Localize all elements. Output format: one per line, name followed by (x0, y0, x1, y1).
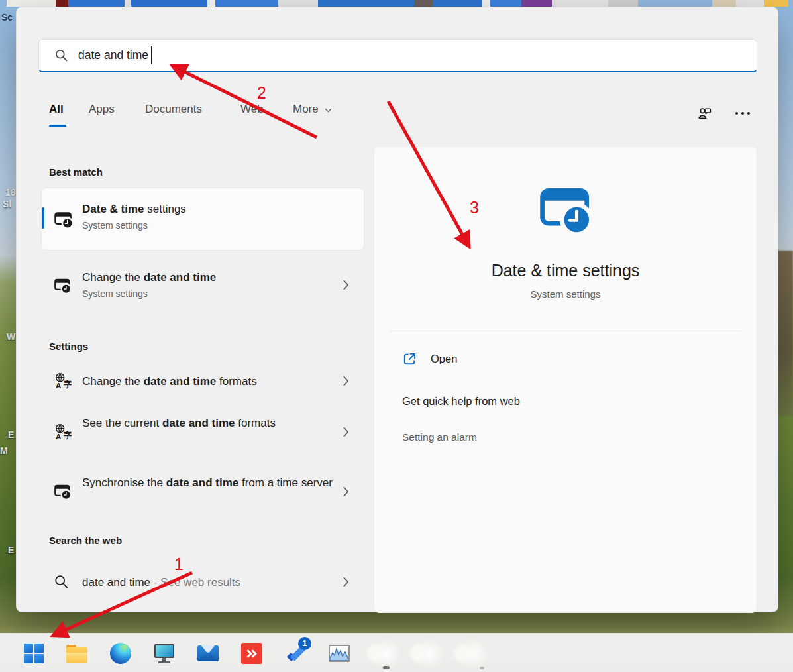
blurred-app-button-2[interactable] (413, 642, 445, 665)
desktop-icon-label-fragment: E (8, 429, 14, 440)
blurred-app-icon (458, 640, 488, 667)
result-title: Change the date and time formats (82, 372, 337, 391)
svg-text:字: 字 (63, 379, 72, 389)
blurred-app-button-3[interactable] (457, 642, 489, 665)
file-explorer-button[interactable] (66, 642, 88, 665)
result-change-formats[interactable]: A 字 Change the date and time formats (42, 366, 364, 396)
remote-app-button[interactable] (240, 642, 263, 665)
calendar-clock-icon (54, 276, 72, 298)
desktop-icon-label-fragment: E (8, 545, 14, 555)
language-format-icon: A 字 (54, 372, 72, 392)
desktop-icon-label-fragment: M (0, 445, 8, 456)
windows-start-icon (24, 644, 44, 664)
chevron-down-icon (325, 108, 332, 113)
text-cursor (151, 46, 152, 64)
open-action[interactable]: Open (402, 351, 457, 366)
svg-text:A: A (56, 433, 62, 441)
blurred-app-button-1[interactable] (370, 642, 401, 665)
todo-check-icon: 1 (285, 642, 307, 665)
file-explorer-icon (66, 645, 87, 663)
ellipsis-icon[interactable] (735, 112, 750, 115)
chevron-right-icon (343, 426, 349, 441)
performance-app-button[interactable] (328, 642, 350, 665)
svg-text:字: 字 (63, 430, 72, 440)
start-button[interactable] (23, 642, 45, 665)
language-format-icon: A 字 (54, 423, 72, 443)
desktop-icon-label-fragment: Sc (1, 12, 13, 23)
result-preview-pane: Date & time settings System settings Ope… (374, 146, 757, 613)
result-title: Date & time settings (82, 199, 337, 219)
performance-chart-icon (329, 645, 350, 662)
preview-subtitle: System settings (374, 288, 757, 300)
chevron-right-icon (343, 279, 349, 294)
search-flyout: date and time All Apps Documents Web Mor… (16, 7, 778, 612)
chevron-right-icon (343, 576, 349, 590)
blurred-app-icon (370, 640, 401, 667)
result-title: Synchronise the date and time from a tim… (82, 473, 337, 492)
external-link-icon (402, 351, 417, 366)
result-see-current-formats[interactable]: A 字 See the current date and time format… (42, 408, 364, 456)
feedback-icon[interactable] (696, 105, 713, 125)
edge-icon (110, 643, 131, 664)
active-tab-indicator (49, 125, 66, 127)
notification-badge: 1 (298, 637, 311, 650)
remote-app-icon (241, 643, 262, 664)
search-query-text: date and time (78, 48, 148, 62)
result-hint: - See web results (154, 576, 240, 588)
tab-documents[interactable]: Documents (145, 103, 202, 116)
section-header-best-match: Best match (49, 166, 103, 178)
tab-apps[interactable]: Apps (89, 103, 115, 116)
tab-more-label: More (293, 103, 319, 115)
date-time-settings-icon (536, 182, 597, 245)
desktop: Sc 18 Sl W E M E date and time All (0, 0, 793, 672)
selection-accent-bar (42, 207, 44, 229)
running-app-indicator (383, 666, 390, 669)
section-header-search-web: Search the web (49, 535, 122, 546)
result-subtitle: System settings (82, 219, 337, 232)
search-icon (54, 48, 68, 62)
tab-web[interactable]: Web (240, 103, 264, 116)
desktop-icon-label-fragment: 18 (5, 187, 16, 197)
taskbar: 1 (0, 633, 793, 672)
open-label: Open (431, 353, 457, 365)
result-title: Change the date and time (82, 268, 337, 287)
search-input[interactable]: date and time (38, 39, 757, 72)
display-app-button[interactable] (153, 642, 176, 665)
result-change-date-time[interactable]: Change the date and time System settings (42, 264, 364, 308)
desktop-icon-label-fragment: W (7, 331, 15, 342)
chevron-right-icon (343, 375, 349, 390)
todo-button[interactable]: 1 (285, 642, 307, 665)
result-web-search[interactable]: date and time - See web results (42, 567, 364, 596)
quick-help-header: Get quick help from web (402, 395, 520, 408)
svg-text:A: A (56, 382, 62, 390)
divider (390, 331, 741, 331)
section-header-settings: Settings (49, 341, 88, 352)
preview-title: Date & time settings (374, 261, 757, 280)
result-title: date and time - See web results (82, 573, 337, 592)
quick-link-setting-alarm[interactable]: Setting an alarm (402, 431, 477, 443)
mail-icon (197, 645, 219, 661)
result-best-match-date-time-settings[interactable]: Date & time settings System settings (42, 188, 364, 250)
result-subtitle: System settings (82, 287, 337, 300)
tab-more[interactable]: More (293, 103, 332, 116)
mail-button[interactable] (197, 642, 219, 665)
calendar-clock-icon (54, 482, 72, 504)
running-app-indicator (480, 667, 484, 669)
chevron-right-icon (343, 486, 349, 500)
search-icon (54, 574, 69, 592)
result-synchronise-time-server[interactable]: Synchronise the date and time from a tim… (42, 468, 364, 516)
desktop-icon-label-fragment: Sl (3, 199, 11, 209)
search-filter-tabs: All Apps Documents Web More (17, 100, 778, 131)
result-title: See the current date and time formats (82, 414, 337, 433)
edge-button[interactable] (109, 642, 132, 665)
background-window-sliver (0, 0, 793, 7)
blurred-app-icon (413, 640, 444, 667)
calendar-clock-icon (54, 209, 74, 233)
monitor-icon (154, 644, 175, 663)
tab-all[interactable]: All (49, 103, 64, 116)
